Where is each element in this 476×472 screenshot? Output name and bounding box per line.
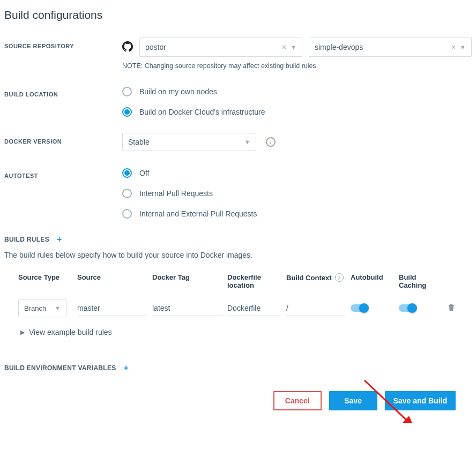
build-rules-description: The build rules below specify how to bui…: [4, 251, 472, 259]
header-build-caching: Build Caching: [399, 273, 442, 289]
autotest-both-label: Internal and External Pull Requests: [139, 209, 257, 218]
save-button[interactable]: Save: [329, 391, 377, 410]
radio-icon: [122, 87, 132, 96]
radio-icon: [122, 189, 132, 198]
repo-name-select[interactable]: simple-devops × ▼: [309, 38, 472, 57]
build-env-vars-label: BUILD ENVIRONMENT VARIABLES: [4, 364, 116, 372]
build-context-input[interactable]: [286, 301, 345, 316]
plus-icon[interactable]: +: [57, 235, 62, 244]
header-build-context-text: Build Context: [286, 274, 332, 282]
docker-version-section: DOCKER VERSION Stable ▼ i: [4, 133, 472, 151]
clear-icon[interactable]: ×: [451, 43, 456, 51]
build-rules-label: BUILD RULES: [4, 236, 49, 243]
build-location-docker-cloud-label: Build on Docker Cloud's infrastructure: [139, 108, 265, 116]
build-env-vars-header: BUILD ENVIRONMENT VARIABLES +: [4, 363, 472, 373]
radio-selected-icon: [122, 168, 132, 178]
info-icon[interactable]: i: [335, 273, 344, 282]
autotest-off-option[interactable]: Off: [122, 168, 472, 178]
docker-version-label: DOCKER VERSION: [4, 133, 122, 145]
build-location-own-nodes-option[interactable]: Build on my own nodes: [122, 87, 472, 96]
radio-selected-icon: [122, 107, 132, 117]
source-repository-section: SOURCE REPOSITORY postor × ▼ simple-devo…: [4, 38, 472, 70]
docker-version-value: Stable: [128, 138, 244, 146]
autotest-label: AUTOTEST: [4, 167, 122, 179]
table-row: Branch ▼: [4, 299, 472, 317]
chevron-down-icon: ▼: [460, 44, 466, 50]
header-source-type: Source Type: [18, 273, 72, 281]
chevron-down-icon: ▼: [244, 139, 250, 145]
button-row: Cancel Save Save and Build: [4, 391, 472, 410]
source-type-value: Branch: [24, 304, 55, 312]
save-and-build-button[interactable]: Save and Build: [385, 391, 456, 410]
build-rules-table: Source Type Source Docker Tag Dockerfile…: [4, 273, 472, 336]
build-caching-toggle[interactable]: [399, 304, 416, 312]
autotest-both-option[interactable]: Internal and External Pull Requests: [122, 209, 472, 219]
build-location-own-nodes-label: Build on my own nodes: [139, 87, 217, 96]
header-autobuild: Autobuild: [351, 273, 393, 281]
autotest-internal-option[interactable]: Internal Pull Requests: [122, 189, 472, 198]
build-location-label: BUILD LOCATION: [4, 86, 122, 98]
repo-owner-select[interactable]: postor × ▼: [139, 38, 302, 57]
autobuild-toggle[interactable]: [351, 304, 368, 312]
source-type-select[interactable]: Branch ▼: [18, 299, 66, 317]
radio-icon: [122, 209, 132, 219]
header-source: Source: [77, 273, 147, 281]
clear-icon[interactable]: ×: [282, 43, 286, 51]
repo-name-value: simple-devops: [315, 43, 447, 51]
trash-icon[interactable]: [447, 305, 456, 314]
header-dockerfile-location: Dockerfile location: [227, 273, 281, 289]
header-docker-tag: Docker Tag: [152, 273, 222, 281]
source-repository-note: NOTE: Changing source repository may aff…: [122, 62, 472, 70]
view-example-rules-text: View example build rules: [29, 328, 112, 336]
docker-version-select[interactable]: Stable ▼: [122, 133, 256, 151]
dockerfile-location-input[interactable]: [227, 301, 281, 316]
info-icon[interactable]: i: [266, 137, 276, 147]
build-rules-header: BUILD RULES +: [4, 235, 472, 244]
autotest-off-label: Off: [139, 169, 149, 177]
autotest-internal-label: Internal Pull Requests: [139, 189, 213, 198]
cancel-button[interactable]: Cancel: [273, 391, 322, 410]
source-input[interactable]: [77, 301, 147, 316]
page-title: Build configurations: [4, 9, 472, 21]
autotest-section: AUTOTEST Off Internal Pull Requests Inte…: [4, 167, 472, 219]
view-example-rules-link[interactable]: ▶ View example build rules: [20, 328, 472, 336]
plus-icon[interactable]: +: [124, 363, 129, 373]
repo-owner-value: postor: [145, 43, 278, 51]
header-build-context: Build Context i: [286, 273, 345, 282]
table-header: Source Type Source Docker Tag Dockerfile…: [4, 273, 472, 289]
build-location-section: BUILD LOCATION Build on my own nodes Bui…: [4, 86, 472, 117]
docker-tag-input[interactable]: [152, 301, 222, 316]
chevron-down-icon: ▼: [291, 44, 296, 50]
build-location-docker-cloud-option[interactable]: Build on Docker Cloud's infrastructure: [122, 107, 472, 117]
triangle-right-icon: ▶: [20, 329, 25, 336]
github-icon: [122, 41, 133, 54]
source-repository-label: SOURCE REPOSITORY: [4, 38, 122, 49]
chevron-down-icon: ▼: [55, 305, 61, 311]
